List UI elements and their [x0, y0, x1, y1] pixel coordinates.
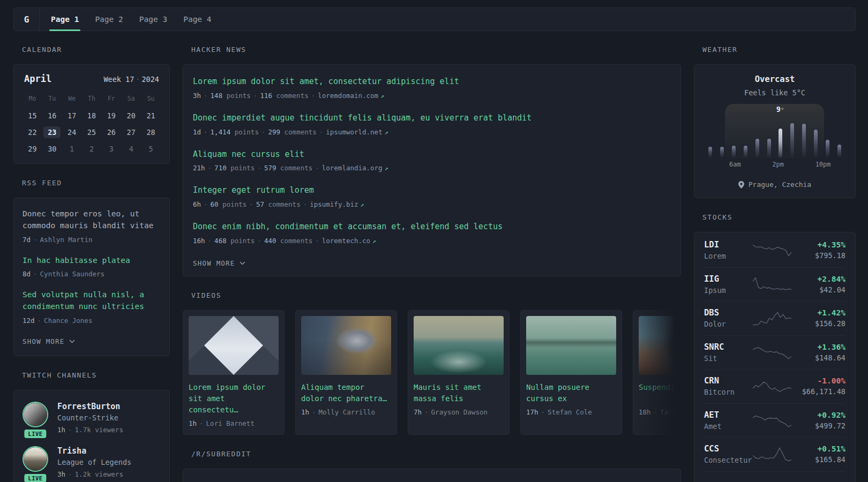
calendar-day[interactable]: 30: [42, 140, 62, 157]
video-thumbnail: [189, 316, 279, 375]
stock-symbol: IIG: [704, 274, 750, 284]
stock-row[interactable]: CRNBitcorn-1.00%$66,171.48: [704, 369, 845, 403]
weather-time-labels: 6am2pm10pm: [708, 161, 841, 168]
video-meta: 1h·Molly Carrillo: [301, 408, 391, 416]
hn-item-title[interactable]: Integer eget rutrum lorem: [193, 185, 671, 197]
stock-row[interactable]: AETAmet+0.92%$499.72: [704, 403, 845, 438]
video-meta: 18h·Tara: [639, 408, 681, 416]
calendar-day[interactable]: 24: [62, 124, 82, 140]
calendar-day[interactable]: 16: [42, 107, 62, 124]
calendar-day[interactable]: 21: [141, 107, 161, 124]
stock-row[interactable]: DBSDolor+1.42%$156.28: [704, 301, 845, 335]
stock-change: +0.51%: [794, 445, 845, 453]
twitch-card: LIVEForrestBurtonCounter-Strike1h·1.7k v…: [13, 390, 170, 482]
stock-row[interactable]: AHS+0.46%: [704, 471, 845, 482]
stock-id: LDILorem: [704, 240, 750, 260]
calendar-day[interactable]: 20: [121, 107, 141, 124]
external-link-icon: ↗: [385, 129, 388, 136]
calendar-day[interactable]: 4: [121, 140, 141, 157]
weather-bar: [837, 145, 841, 157]
calendar-day[interactable]: 1: [62, 140, 82, 157]
video-card[interactable]: Nullam posuere cursus ex17h·Stefan Cole: [520, 310, 622, 435]
calendar-day[interactable]: 25: [82, 124, 102, 140]
video-meta: 7h·Grayson Dawson: [414, 408, 504, 416]
stock-row[interactable]: IIGIpsum+2.84%$42.04: [704, 267, 845, 302]
calendar-day[interactable]: 15: [23, 107, 42, 124]
rss-item-title[interactable]: In hac habitasse platea: [23, 255, 161, 267]
stock-symbol: AET: [704, 410, 750, 420]
stock-sparkline: [750, 377, 794, 395]
hn-item-title[interactable]: Donec enim nibh, condimentum et accumsan…: [193, 221, 671, 233]
rss-item-title[interactable]: Sed volutpat nulla nisl, a condimentum n…: [23, 289, 161, 313]
video-card[interactable]: Suspendisse diam18h·Tara: [633, 310, 681, 435]
rss-items: Donec tempor eros leo, ut commodo mauris…: [23, 208, 161, 325]
stock-row[interactable]: CCSConsectetur+0.51%$165.84: [704, 437, 845, 471]
hn-item-title[interactable]: Donec imperdiet augue tincidunt felis al…: [193, 112, 671, 124]
calendar-day[interactable]: 19: [101, 107, 121, 124]
calendar-day[interactable]: 28: [141, 124, 161, 140]
calendar-day[interactable]: 27: [121, 124, 141, 140]
weather-card: Overcast Feels like 5°C 9° 6am2pm10pm Pr…: [694, 64, 856, 198]
calendar-day[interactable]: 22: [23, 124, 42, 140]
rss-section: RSS FEED Donec tempor eros leo, ut commo…: [13, 179, 170, 356]
calendar-day[interactable]: 3: [101, 140, 121, 157]
stock-sparkline: [750, 343, 794, 362]
weather-time-label: [751, 161, 762, 168]
external-link-domain: loremlandia.org: [322, 164, 383, 172]
app-logo[interactable]: G: [14, 8, 40, 31]
tab-page-2[interactable]: Page 2: [87, 8, 131, 31]
section-title-stocks: STOCKS: [702, 213, 856, 221]
twitch-channel[interactable]: LIVEForrestBurtonCounter-Strike1h·1.7k v…: [23, 402, 161, 434]
weather-feels-like: Feels like 5°C: [704, 88, 845, 97]
section-title-rss: RSS FEED: [22, 179, 170, 187]
hn-item-title[interactable]: Aliquam nec cursus elit: [193, 149, 671, 161]
video-card[interactable]: Lorem ipsum dolor sit amet consectetu…1h…: [183, 310, 285, 435]
video-card[interactable]: Mauris sit amet massa felis7h·Grayson Da…: [408, 310, 510, 435]
calendar-day-header: Tu: [42, 91, 62, 107]
video-thumbnail: [639, 316, 681, 375]
weather-section: WEATHER Overcast Feels like 5°C 9° 6am2p…: [694, 46, 856, 198]
hn-item-title[interactable]: Lorem ipsum dolor sit amet, consectetur …: [193, 76, 671, 88]
calendar-day[interactable]: 29: [23, 140, 42, 157]
calendar-day[interactable]: 18: [82, 107, 102, 124]
channel-name[interactable]: ForrestBurton: [57, 402, 123, 411]
weather-time-label: [708, 161, 719, 168]
hacker-news-items: Lorem ipsum dolor sit amet, consectetur …: [193, 76, 671, 245]
left-column: CALENDAR April Week 17·2024 MoTuWeThFrSa…: [13, 46, 170, 482]
section-title-hacker-news: HACKER NEWS: [191, 46, 681, 54]
avatar: [23, 402, 48, 427]
stocks-section: STOCKS LDILorem+4.35%$795.18IIGIpsum+2.8…: [694, 213, 856, 482]
rss-show-more-button[interactable]: SHOW MORE: [23, 337, 75, 345]
twitch-channel[interactable]: LIVETrishaLeague of Legends3h·1.2k viewe…: [23, 446, 161, 478]
rss-item-title[interactable]: Donec tempor eros leo, ut commodo mauris…: [23, 208, 161, 232]
stock-change: +0.92%: [794, 411, 845, 419]
section-title-weather: WEATHER: [702, 46, 856, 54]
video-card[interactable]: Aliquam tempor dolor nec pharetra…1h·Mol…: [295, 310, 397, 435]
stock-sparkline: [750, 241, 794, 259]
calendar-month: April: [24, 73, 51, 84]
weather-location-row[interactable]: Prague, Czechia: [704, 180, 845, 189]
stock-row[interactable]: SNRCSit+1.36%$148.64: [704, 335, 845, 370]
stock-name: Amet: [704, 422, 750, 431]
external-link-domain: ipsumworld.net: [326, 128, 382, 136]
section-title-subreddit: /R/SUBREDDIT: [191, 450, 681, 458]
hn-show-more-button[interactable]: SHOW MORE: [193, 259, 245, 267]
stock-id: DBSDolor: [704, 308, 750, 328]
calendar-day[interactable]: 17: [62, 107, 82, 124]
tab-page-3[interactable]: Page 3: [131, 8, 175, 31]
stock-name: Ipsum: [704, 286, 750, 295]
tab-page-1[interactable]: Page 1: [43, 8, 87, 31]
twitch-section: TWITCH CHANNELS LIVEForrestBurtonCounter…: [13, 371, 170, 482]
calendar-day-selected[interactable]: 23: [42, 124, 62, 140]
stock-change: +1.42%: [794, 308, 845, 317]
channel-name[interactable]: Trisha: [57, 446, 131, 456]
weather-time-label: [784, 161, 795, 168]
calendar-day[interactable]: 26: [101, 124, 121, 140]
calendar-day[interactable]: 5: [141, 140, 161, 157]
calendar-day[interactable]: 2: [82, 140, 102, 157]
video-meta: 1h·Lori Barnett: [189, 419, 279, 427]
tab-page-4[interactable]: Page 4: [175, 8, 219, 31]
stock-row[interactable]: LDILorem+4.35%$795.18: [704, 233, 845, 267]
avatar-photo: [24, 403, 47, 426]
video-title: Aliquam tempor dolor nec pharetra…: [301, 382, 391, 404]
